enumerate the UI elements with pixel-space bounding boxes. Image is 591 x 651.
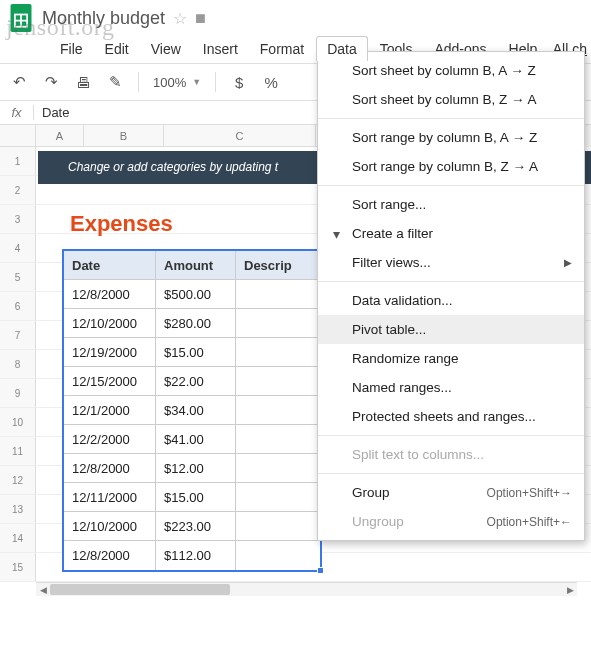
currency-button[interactable]: $ [230,74,248,91]
table-row[interactable]: 12/1/2000$34.00 [64,396,320,425]
selection-handle[interactable] [317,567,324,574]
table-row[interactable]: 12/15/2000$22.00 [64,367,320,396]
menu-randomize-range[interactable]: Randomize range [318,344,584,373]
row-header[interactable]: 10 [0,408,36,436]
menu-sort-range-az[interactable]: Sort range by column B, A → Z [318,123,584,152]
row-header[interactable]: 1 [0,147,36,175]
cell-amount[interactable]: $223.00 [156,512,236,540]
menu-data-validation[interactable]: Data validation... [318,286,584,315]
col-header-c[interactable]: C [164,125,316,146]
cell-description[interactable] [236,541,320,570]
cell-amount[interactable]: $22.00 [156,367,236,395]
col-header-b[interactable]: B [84,125,164,146]
row-header[interactable]: 3 [0,205,36,233]
menu-sort-sheet-za[interactable]: Sort sheet by column B, Z → A [318,85,584,114]
cell-date[interactable]: 12/1/2000 [64,396,156,424]
horizontal-scrollbar[interactable]: ◀ ▶ [36,582,577,596]
header-date[interactable]: Date [64,251,156,279]
cell-amount[interactable]: $15.00 [156,338,236,366]
col-header-a[interactable]: A [36,125,84,146]
menu-data[interactable]: Data [316,36,368,61]
cell-description[interactable] [236,367,320,395]
table-row[interactable]: 12/19/2000$15.00 [64,338,320,367]
menu-named-ranges[interactable]: Named ranges... [318,373,584,402]
cell-amount[interactable]: $12.00 [156,454,236,482]
cell-description[interactable] [236,309,320,337]
cell-amount[interactable]: $41.00 [156,425,236,453]
scroll-left-icon[interactable]: ◀ [36,583,50,597]
scrollbar-thumb[interactable] [50,584,230,595]
cell-date[interactable]: 12/15/2000 [64,367,156,395]
cell-description[interactable] [236,280,320,308]
row-header[interactable]: 11 [0,437,36,465]
table-row[interactable]: 12/8/2000$112.00 [64,541,320,570]
cell-date[interactable]: 12/8/2000 [64,541,156,570]
menu-view[interactable]: View [141,37,191,61]
cell-date[interactable]: 12/8/2000 [64,280,156,308]
menu-split-text: Split text to columns... [318,440,584,469]
table-row[interactable]: 12/8/2000$500.00 [64,280,320,309]
header-amount[interactable]: Amount [156,251,236,279]
row-header[interactable]: 8 [0,350,36,378]
table-row[interactable]: 12/10/2000$280.00 [64,309,320,338]
cell-description[interactable] [236,425,320,453]
menu-insert[interactable]: Insert [193,37,248,61]
menu-edit[interactable]: Edit [95,37,139,61]
scroll-right-icon[interactable]: ▶ [563,583,577,597]
cell-description[interactable] [236,483,320,511]
cell-date[interactable]: 12/19/2000 [64,338,156,366]
row-header[interactable]: 4 [0,234,36,262]
folder-icon[interactable]: ■ [195,8,206,29]
formula-input[interactable]: Date [34,105,69,120]
cell-description[interactable] [236,454,320,482]
menu-protected-sheets[interactable]: Protected sheets and ranges... [318,402,584,431]
cell-amount[interactable]: $500.00 [156,280,236,308]
cell-description[interactable] [236,338,320,366]
table-row[interactable]: 12/2/2000$41.00 [64,425,320,454]
row-header[interactable]: 13 [0,495,36,523]
table-row[interactable]: 12/11/2000$15.00 [64,483,320,512]
table-row[interactable]: 12/8/2000$12.00 [64,454,320,483]
star-icon[interactable]: ☆ [173,9,187,28]
select-all-corner[interactable] [0,125,36,146]
menu-group[interactable]: GroupOption+Shift+→ [318,478,584,507]
undo-icon[interactable]: ↶ [10,73,28,91]
row-header[interactable]: 15 [0,553,36,581]
row-header[interactable]: 6 [0,292,36,320]
row-header[interactable]: 9 [0,379,36,407]
caret-down-icon[interactable]: ▼ [192,77,201,87]
menu-sort-range-za[interactable]: Sort range by column B, Z → A [318,152,584,181]
cell-amount[interactable]: $112.00 [156,541,236,570]
cell-amount[interactable]: $15.00 [156,483,236,511]
row-header[interactable]: 5 [0,263,36,291]
print-icon[interactable]: 🖶 [74,74,92,91]
cell-description[interactable] [236,512,320,540]
row-header[interactable]: 7 [0,321,36,349]
menu-format[interactable]: Format [250,37,314,61]
cell-description[interactable] [236,396,320,424]
menu-filter-views[interactable]: Filter views...▶ [318,248,584,277]
ungroup-label: Ungroup [352,514,404,529]
document-title[interactable]: Monthly budget [42,8,165,29]
cell-date[interactable]: 12/11/2000 [64,483,156,511]
row-header[interactable]: 2 [0,176,36,204]
row-header[interactable]: 14 [0,524,36,552]
selection-range[interactable]: Date Amount Descrip 12/8/2000$500.0012/1… [62,249,322,572]
cell-date[interactable]: 12/10/2000 [64,309,156,337]
menu-file[interactable]: File [50,37,93,61]
cell-date[interactable]: 12/10/2000 [64,512,156,540]
menu-sort-range[interactable]: Sort range... [318,190,584,219]
table-row[interactable]: 12/10/2000$223.00 [64,512,320,541]
cell-date[interactable]: 12/2/2000 [64,425,156,453]
cell-date[interactable]: 12/8/2000 [64,454,156,482]
cell-amount[interactable]: $280.00 [156,309,236,337]
redo-icon[interactable]: ↷ [42,73,60,91]
menu-pivot-table[interactable]: Pivot table... [318,315,584,344]
row-header[interactable]: 12 [0,466,36,494]
cell-amount[interactable]: $34.00 [156,396,236,424]
header-description[interactable]: Descrip [236,251,320,279]
percent-button[interactable]: % [262,74,280,91]
zoom-level[interactable]: 100% [153,75,186,90]
paint-format-icon[interactable]: ✎ [106,73,124,91]
menu-create-filter[interactable]: ▾Create a filter [318,219,584,248]
